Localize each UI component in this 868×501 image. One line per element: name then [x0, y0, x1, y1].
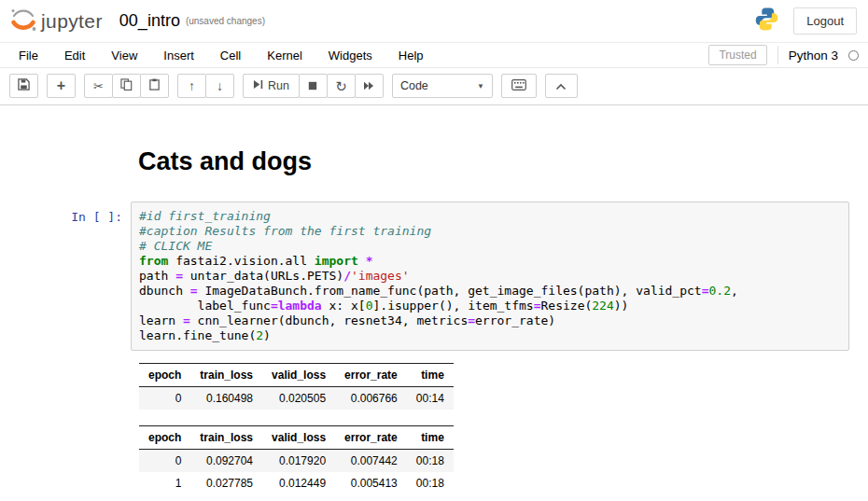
- code-line: dbunch = ImageDataBunch.from_name_func(p…: [139, 284, 841, 299]
- jupyter-logo-text: jupyter: [41, 10, 103, 33]
- arrow-down-icon: ↓: [217, 79, 223, 92]
- table-cell: 0.027785: [190, 472, 262, 494]
- clipboard-icon: [148, 78, 161, 93]
- code-line: learn.fine_tune(2): [139, 328, 841, 343]
- code-line: from fastai2.vision.all import *: [139, 254, 841, 269]
- table-cell: 0.012449: [262, 472, 335, 494]
- table-cell: 00:14: [407, 387, 454, 411]
- collapse-toolbar-button[interactable]: [545, 74, 578, 98]
- table-header-cell: epoch: [139, 426, 190, 450]
- training-results-table: epochtrain_lossvalid_losserror_ratetime0…: [139, 425, 454, 494]
- kernel-separator: [777, 46, 778, 64]
- fast-forward-icon: [363, 79, 374, 93]
- output-area: epochtrain_lossvalid_losserror_ratetime0…: [139, 363, 868, 494]
- table-cell: 1: [139, 472, 190, 494]
- table-cell: 0.017920: [262, 450, 335, 473]
- menu-item-help[interactable]: Help: [385, 44, 437, 67]
- table-cell: 0.006766: [335, 387, 407, 411]
- interrupt-kernel-button[interactable]: [299, 74, 328, 98]
- table-header-cell: train_loss: [190, 426, 262, 450]
- menu-item-cell[interactable]: Cell: [207, 44, 254, 67]
- copy-cells-button[interactable]: [112, 74, 141, 98]
- menu-item-edit[interactable]: Edit: [51, 44, 98, 67]
- menu-items: FileEditViewInsertCellKernelWidgetsHelp: [6, 44, 437, 67]
- code-editor[interactable]: #id first_training#caption Results from …: [131, 202, 849, 351]
- table-row: 10.0277850.0124490.00541300:18: [139, 472, 454, 494]
- save-button[interactable]: [9, 74, 38, 98]
- table-cell: 0.020505: [262, 387, 335, 411]
- table-cell: 0.007442: [335, 450, 407, 473]
- save-icon: [18, 78, 30, 93]
- kernel-name: Python 3: [789, 49, 838, 63]
- trusted-badge[interactable]: Trusted: [708, 45, 766, 65]
- arrow-up-icon: ↑: [189, 79, 195, 92]
- table-header-cell: error_rate: [335, 364, 407, 387]
- run-button[interactable]: Run: [243, 74, 300, 98]
- table-row: 00.0927040.0179200.00744200:18: [139, 450, 454, 473]
- kernel-idle-icon: [848, 50, 859, 61]
- cell-type-select[interactable]: Code ▼: [392, 74, 493, 98]
- header: jupyter 00_intro (unsaved changes) Logou…: [0, 0, 868, 42]
- paste-cells-button[interactable]: [140, 74, 169, 98]
- cell-type-value: Code: [400, 79, 428, 92]
- table-row: 00.1604980.0205050.00676600:14: [139, 387, 454, 411]
- markdown-heading[interactable]: Cats and dogs: [138, 147, 868, 176]
- table-cell: 0.092704: [190, 450, 262, 473]
- restart-run-all-button[interactable]: [355, 74, 384, 98]
- code-line: #id first_training: [139, 209, 841, 224]
- table-cell: 0.160498: [190, 387, 262, 411]
- logout-button[interactable]: Logout: [793, 7, 857, 35]
- scissors-icon: ✂: [93, 80, 104, 92]
- table-header-cell: valid_loss: [262, 426, 335, 450]
- cut-cells-button[interactable]: ✂: [84, 74, 113, 98]
- stop-icon: [308, 79, 317, 93]
- move-cell-down-button[interactable]: ↓: [205, 74, 234, 98]
- menu-bar: FileEditViewInsertCellKernelWidgetsHelp …: [0, 42, 868, 68]
- code-cell: In [ ]: #id first_training#caption Resul…: [0, 202, 868, 351]
- code-content: #id first_training#caption Results from …: [139, 209, 841, 343]
- copy-icon: [120, 78, 133, 93]
- menu-item-file[interactable]: File: [6, 44, 51, 67]
- table-header-cell: epoch: [139, 364, 190, 387]
- table-header-cell: valid_loss: [262, 364, 335, 387]
- code-line: path = untar_data(URLs.PETS)/'images': [139, 269, 841, 284]
- table-header-cell: error_rate: [335, 426, 407, 450]
- refresh-icon: ↻: [335, 79, 347, 93]
- notebook-title[interactable]: 00_intro: [119, 11, 180, 31]
- menu-item-insert[interactable]: Insert: [150, 44, 207, 67]
- chevron-up-icon: [555, 79, 567, 93]
- code-line: label_func=lambda x: x[0].isupper(), ite…: [139, 299, 841, 313]
- jupyter-logo[interactable]: jupyter: [9, 6, 103, 37]
- move-cell-up-button[interactable]: ↑: [177, 74, 206, 98]
- table-header-cell: train_loss: [190, 364, 262, 387]
- menu-item-widgets[interactable]: Widgets: [315, 44, 385, 67]
- insert-cell-below-button[interactable]: +: [47, 74, 76, 98]
- python-logo-icon: [754, 7, 779, 35]
- code-line: # CLICK ME: [139, 239, 841, 254]
- run-icon: [253, 79, 263, 92]
- restart-kernel-button[interactable]: ↻: [327, 74, 356, 98]
- table-header-cell: time: [407, 364, 454, 387]
- table-cell: 0: [139, 450, 190, 473]
- table-cell: 0.005413: [335, 472, 407, 494]
- menu-item-kernel[interactable]: Kernel: [254, 44, 315, 67]
- run-button-label: Run: [268, 79, 289, 92]
- table-header-cell: time: [407, 426, 454, 450]
- autosave-status: (unsaved changes): [186, 16, 265, 26]
- notebook-area: Cats and dogs In [ ]: #id first_training…: [0, 105, 868, 494]
- plus-icon: +: [57, 78, 65, 93]
- table-cell: 00:18: [407, 472, 454, 494]
- code-line: learn = cnn_learner(dbunch, resnet34, me…: [139, 313, 841, 328]
- code-line: #caption Results from the first training: [139, 224, 841, 239]
- command-palette-button[interactable]: [501, 74, 537, 98]
- chevron-down-icon: ▼: [477, 82, 484, 90]
- table-cell: 00:18: [407, 450, 454, 473]
- jupyter-logo-icon: [9, 6, 37, 37]
- input-prompt: In [ ]:: [0, 202, 131, 351]
- menu-item-view[interactable]: View: [98, 44, 150, 67]
- table-cell: 0: [139, 387, 190, 411]
- training-results-table: epochtrain_lossvalid_losserror_ratetime0…: [139, 363, 454, 410]
- toolbar: + ✂ ↑ ↓ Run ↻: [0, 68, 868, 105]
- keyboard-icon: [511, 79, 526, 93]
